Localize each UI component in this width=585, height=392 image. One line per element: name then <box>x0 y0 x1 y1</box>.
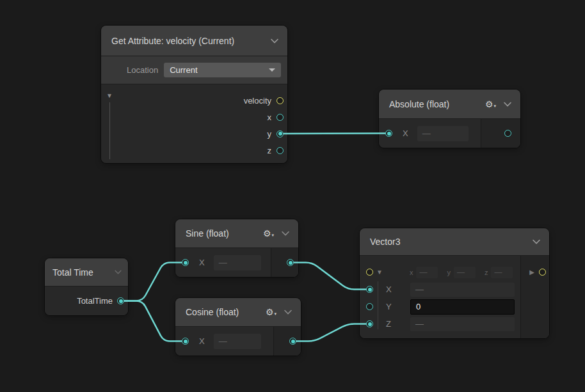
node-body: TotalTime <box>45 286 128 315</box>
compact-z-field: — <box>491 267 513 278</box>
z-value-field[interactable]: — <box>410 317 515 331</box>
output-row-velocity: velocity <box>101 92 287 109</box>
chevron-down-icon[interactable] <box>271 38 278 43</box>
port-label: TotalTime <box>77 296 113 306</box>
location-dropdown[interactable]: Current <box>164 63 281 77</box>
compact-y-field: — <box>454 267 476 278</box>
y-value-field[interactable]: 0 <box>410 299 515 315</box>
expand-triangle-icon[interactable]: ▼ <box>376 269 383 276</box>
compact-z-label: z <box>485 269 488 276</box>
input-port-x[interactable] <box>182 259 189 266</box>
node-title: Get Attribute: velocity (Current) <box>111 36 263 46</box>
output-row-x: x <box>101 109 287 125</box>
wire[interactable] <box>294 263 366 290</box>
wire[interactable] <box>125 301 182 341</box>
space-triangle-icon[interactable]: ▶ <box>529 269 534 276</box>
compact-x-label: x <box>410 269 413 276</box>
output-port[interactable] <box>504 130 511 137</box>
chevron-down-icon[interactable] <box>533 239 540 244</box>
node-header[interactable]: Cosine (float) ⚙▾ <box>175 298 301 327</box>
node-body: ▼ x — y — z — X — Y 0 Z — <box>360 256 549 338</box>
input-port-x[interactable] <box>385 130 392 137</box>
gear-icon[interactable]: ⚙▾ <box>485 100 496 109</box>
node-title: Total Time <box>52 267 111 278</box>
compact-y-label: y <box>447 269 451 276</box>
output-port-totaltime[interactable] <box>117 297 124 304</box>
node-title: Sine (float) <box>186 228 263 239</box>
port-label: y <box>268 129 272 139</box>
wire[interactable] <box>297 324 366 341</box>
node-header[interactable]: Vector3 <box>360 228 549 256</box>
node-body: ▼ velocity x y z <box>101 84 287 163</box>
output-section <box>271 248 298 277</box>
output-section <box>481 119 520 148</box>
location-label: Location <box>127 65 158 75</box>
input-label: X <box>199 336 205 346</box>
output-port-vector3[interactable] <box>539 269 546 276</box>
output-port[interactable] <box>289 338 296 345</box>
node-title: Absolute (float) <box>389 99 485 109</box>
node-absolute[interactable]: Absolute (float) ⚙▾ X — <box>379 90 520 148</box>
chevron-down-icon[interactable] <box>504 102 511 107</box>
node-body: X — <box>175 248 298 277</box>
port-label: velocity <box>244 96 271 106</box>
node-title: Cosine (float) <box>186 307 266 317</box>
chevron-down-icon[interactable] <box>284 310 292 315</box>
input-port-x[interactable] <box>366 286 373 293</box>
chevron-down-icon[interactable] <box>115 270 122 274</box>
gear-icon[interactable]: ⚙▾ <box>266 308 276 317</box>
node-total-time[interactable]: Total Time TotalTime <box>45 258 128 315</box>
output-port-z[interactable] <box>276 147 284 154</box>
dropdown-arrow-icon <box>269 68 275 72</box>
hierarchy-line <box>109 102 110 159</box>
gear-icon[interactable]: ⚙▾ <box>263 229 274 238</box>
output-port-velocity[interactable] <box>276 97 284 104</box>
node-title: Vector3 <box>370 237 525 247</box>
location-setting-row: Location Current <box>101 56 287 84</box>
input-port-vector3[interactable] <box>366 269 373 276</box>
input-port-x[interactable] <box>182 338 189 345</box>
node-vector3[interactable]: Vector3 ▼ x — y — z — X — <box>360 228 549 338</box>
collapse-triangle-icon[interactable]: ▼ <box>106 93 113 99</box>
input-port-y[interactable] <box>366 303 373 310</box>
input-label: X <box>199 258 205 267</box>
output-port-y[interactable] <box>276 130 284 137</box>
node-header[interactable]: Absolute (float) ⚙▾ <box>379 90 520 119</box>
value-field[interactable]: — <box>214 334 261 349</box>
node-get-attribute[interactable]: Get Attribute: velocity (Current) Locati… <box>101 26 287 163</box>
port-label: x <box>268 113 272 122</box>
wire[interactable] <box>284 134 385 134</box>
output-port-x[interactable] <box>276 114 284 121</box>
node-header[interactable]: Sine (float) ⚙▾ <box>175 219 298 248</box>
compact-x-field: — <box>416 267 438 278</box>
vfx-graph-canvas[interactable]: Get Attribute: velocity (Current) Locati… <box>0 0 585 392</box>
output-section: ▶ <box>520 256 549 338</box>
value-field[interactable]: — <box>417 126 469 141</box>
row-label: X <box>386 285 395 294</box>
node-cosine[interactable]: Cosine (float) ⚙▾ X — <box>175 298 301 356</box>
chevron-down-icon[interactable] <box>282 231 289 236</box>
row-label: Z <box>386 319 395 329</box>
output-row-z: z <box>101 142 287 159</box>
node-header[interactable]: Get Attribute: velocity (Current) <box>101 26 287 56</box>
node-header[interactable]: Total Time <box>45 258 128 286</box>
input-label: X <box>403 129 408 138</box>
x-value-field[interactable]: — <box>410 283 515 297</box>
output-port[interactable] <box>287 259 294 266</box>
output-row-y: y <box>101 125 287 142</box>
port-label: z <box>268 146 272 155</box>
node-sine[interactable]: Sine (float) ⚙▾ X — <box>175 219 298 277</box>
node-body: X — <box>175 327 301 356</box>
node-body: X — <box>379 119 520 148</box>
location-dropdown-value: Current <box>170 65 269 75</box>
row-label: Y <box>386 302 395 311</box>
value-field[interactable]: — <box>214 255 261 270</box>
output-section <box>273 327 301 356</box>
wire[interactable] <box>125 263 182 301</box>
hierarchy-line <box>378 281 378 329</box>
input-port-z[interactable] <box>366 320 373 327</box>
